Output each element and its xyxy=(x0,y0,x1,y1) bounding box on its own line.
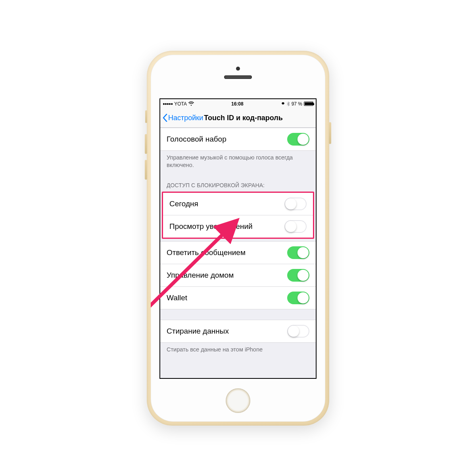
status-left: ●●●●● YOTA xyxy=(163,101,194,107)
toggle-notifications-view[interactable] xyxy=(284,220,307,233)
battery-icon xyxy=(304,102,313,106)
mute-switch[interactable] xyxy=(145,110,147,123)
voice-dial-note: Управление музыкой с помощью голоса всег… xyxy=(160,151,316,173)
carrier-label: YOTA xyxy=(174,101,187,107)
row-today: Сегодня xyxy=(163,193,313,215)
row-label: Ответить сообщением xyxy=(167,248,246,257)
screen: ●●●●● YOTA 16:08 97 % xyxy=(159,98,317,379)
alarm-icon xyxy=(281,102,285,106)
row-label: Сегодня xyxy=(169,200,198,208)
volume-up-button[interactable] xyxy=(145,134,147,154)
page-title: Touch ID и код-пароль xyxy=(203,114,313,122)
row-label: Просмотр уведомлений xyxy=(169,222,253,231)
row-erase-data: Стирание данных xyxy=(160,320,316,343)
toggle-reply-with-message[interactable] xyxy=(287,246,309,259)
row-label: Управление домом xyxy=(167,271,234,280)
battery-pct: 97 % xyxy=(292,101,302,107)
back-label: Настройки xyxy=(168,114,203,122)
row-label: Wallet xyxy=(167,294,187,302)
toggle-wallet[interactable] xyxy=(287,292,309,304)
front-camera xyxy=(236,67,240,71)
row-reply-with-message: Ответить сообщением xyxy=(160,241,316,264)
signal-dots-icon: ●●●●● xyxy=(163,102,173,106)
back-button[interactable]: Настройки xyxy=(163,114,203,122)
earpiece-speaker xyxy=(224,75,252,79)
highlighted-rows: Сегодня Просмотр уведомлений xyxy=(162,192,314,239)
toggle-voice-dial[interactable] xyxy=(287,133,309,146)
toggle-today[interactable] xyxy=(284,198,307,210)
status-time: 16:08 xyxy=(231,101,244,107)
row-voice-dial: Голосовой набор xyxy=(160,128,316,151)
power-button[interactable] xyxy=(329,122,331,144)
row-home-control: Управление домом xyxy=(160,264,316,287)
wifi-icon xyxy=(188,102,194,106)
status-bar: ●●●●● YOTA 16:08 97 % xyxy=(160,99,316,109)
navigation-bar: Настройки Touch ID и код-пароль xyxy=(160,109,316,128)
row-wallet: Wallet xyxy=(160,287,316,309)
erase-data-note: Стирать все данные на этом iPhone xyxy=(160,343,316,355)
phone-frame: ●●●●● YOTA 16:08 97 % xyxy=(147,51,329,426)
toggle-home-control[interactable] xyxy=(287,269,309,282)
row-notifications-view: Просмотр уведомлений xyxy=(163,215,313,238)
chevron-left-icon xyxy=(163,114,167,122)
row-label: Стирание данных xyxy=(167,327,229,336)
row-label: Голосовой набор xyxy=(167,135,226,144)
status-right: 97 % xyxy=(281,101,313,107)
volume-down-button[interactable] xyxy=(145,160,147,180)
phone-bezel: ●●●●● YOTA 16:08 97 % xyxy=(151,55,325,422)
content-scroll[interactable]: Голосовой набор Управление музыкой с пом… xyxy=(160,128,316,378)
bluetooth-icon xyxy=(287,102,290,106)
section-header-lock-access: ДОСТУП С БЛОКИРОВКОЙ ЭКРАНА: xyxy=(160,173,316,192)
toggle-erase-data[interactable] xyxy=(287,325,309,338)
home-button[interactable] xyxy=(226,388,250,413)
